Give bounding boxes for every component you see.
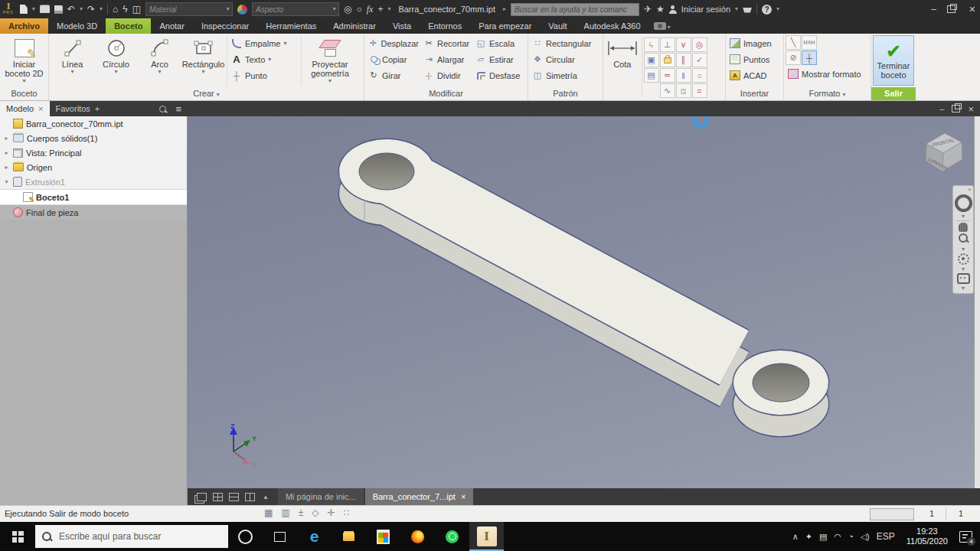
group-label-formato[interactable]: Formato ▾ — [784, 87, 871, 100]
tree-item-extrusion[interactable]: ▾ Extrusión1 — [0, 174, 187, 189]
favorites-star-icon[interactable]: ★ — [656, 0, 665, 18]
dimension-display-icon[interactable]: ± — [299, 507, 304, 518]
taskbar-search-input[interactable] — [57, 530, 214, 543]
color-wheel-icon[interactable] — [237, 5, 247, 15]
pan-icon[interactable] — [959, 223, 968, 232]
tree-item-end-of-part[interactable]: Final de pieza — [0, 205, 187, 220]
rotate-button[interactable]: ↻Girar — [366, 67, 421, 83]
line-button[interactable]: Línea ▾ — [51, 35, 94, 74]
group-label-insertar[interactable]: Insertar — [726, 87, 783, 100]
close-panel-icon[interactable]: × — [38, 101, 43, 116]
cortana-button[interactable] — [228, 522, 263, 551]
model-mode-icon[interactable]: ◇ — [312, 507, 318, 518]
view-cube[interactable]: FRONTAL SUPERIOR — [919, 124, 969, 179]
wifi-icon[interactable]: ◠ — [834, 532, 841, 542]
graphics-window[interactable]: FRONTAL SUPERIOR × ▾ ▾ ▾ ▾ Z Y X — [188, 116, 980, 488]
arc-button[interactable]: Arco ▾ — [138, 35, 181, 74]
extend-button[interactable]: ⇥Alargar — [421, 51, 473, 67]
browser-menu-icon[interactable]: ≡ — [175, 103, 181, 115]
stretch-button[interactable]: ▱Estirar — [473, 51, 524, 67]
text-button[interactable]: A Texto ▾ — [229, 51, 299, 67]
snap-grid-icon[interactable]: ▦ — [264, 507, 273, 518]
qat-caret-icon[interactable]: ▾ — [387, 0, 390, 18]
constraint-vertical-button[interactable]: ‖ — [676, 68, 691, 83]
doc-restore-button[interactable] — [952, 105, 960, 112]
status-input-box[interactable] — [870, 508, 914, 520]
trim-button[interactable]: ✂Recortar — [421, 35, 473, 51]
add-icon[interactable]: + — [377, 0, 383, 18]
save-icon[interactable] — [54, 5, 63, 14]
camera-icon[interactable] — [654, 22, 666, 30]
rectangular-pattern-button[interactable]: ∷Rectangular — [530, 35, 601, 51]
move-button[interactable]: ✛Desplazar — [366, 35, 421, 51]
group-label-modificar[interactable]: Modificar — [364, 87, 528, 100]
group-label-patron[interactable]: Patrón — [528, 87, 603, 100]
headsup-display-icon[interactable]: ▥ — [281, 507, 289, 518]
tab-archivo[interactable]: Archivo — [0, 18, 48, 34]
home-icon[interactable]: ⌂ — [113, 0, 118, 18]
doc-close-button[interactable]: × — [968, 103, 974, 115]
dimension-button[interactable]: Cota — [605, 35, 640, 69]
tab-modelo-3d[interactable]: Modelo 3D — [48, 18, 106, 34]
finish-sketch-button[interactable]: ✔ Terminar boceto — [873, 35, 914, 86]
tab-inspeccionar[interactable]: Inspeccionar — [193, 18, 257, 34]
mirror-button[interactable]: ◫Simetría — [530, 67, 601, 83]
zoom-icon[interactable] — [959, 233, 968, 243]
browser-tab-modelo[interactable]: Modelo× — [0, 101, 50, 116]
camera-caret-icon[interactable]: ▾ — [668, 18, 671, 34]
tab-herramientas[interactable]: Herramientas — [257, 18, 325, 34]
tab-anotar[interactable]: Anotar — [151, 18, 192, 34]
cascade-windows-icon[interactable] — [197, 493, 207, 501]
tree-item-sketch1[interactable]: Boceto1 — [0, 189, 187, 205]
constraint-perpendicular-button[interactable]: ✓ — [692, 53, 707, 67]
constraint-horizontal-button[interactable]: ≂ — [660, 68, 675, 83]
navbar-caret-icon[interactable]: ▾ — [962, 285, 965, 291]
constraint-parallel-button[interactable]: ∥ — [676, 53, 691, 67]
edge-button[interactable]: e — [297, 522, 332, 551]
restore-button[interactable] — [947, 5, 956, 13]
tree-item-part[interactable]: Barra_conector_70mm.ipt — [0, 116, 187, 131]
user-icon[interactable] — [669, 10, 677, 14]
volume-icon[interactable]: ◁) — [861, 532, 870, 542]
firefox-button[interactable] — [400, 522, 435, 551]
whatsapp-button[interactable] — [435, 522, 469, 551]
orbit-caret-icon[interactable]: ▾ — [962, 266, 965, 272]
navbar-close-icon[interactable]: × — [968, 187, 972, 193]
split-button[interactable]: -|-Dividir — [421, 67, 473, 83]
undo-icon[interactable]: ↶ — [67, 0, 75, 18]
doc-tab-part[interactable]: Barra_conector_7...ipt× — [365, 488, 474, 505]
language-indicator[interactable]: ESP — [877, 531, 895, 542]
start-button[interactable] — [0, 522, 35, 551]
tab-entornos[interactable]: Entornos — [420, 18, 470, 34]
orbit-icon[interactable] — [958, 253, 969, 265]
zoom-caret-icon[interactable]: ▾ — [962, 246, 965, 252]
copy-button[interactable]: Copiar — [366, 51, 421, 67]
tree-item-view[interactable]: ▸ Vista: Principal — [0, 145, 187, 160]
part-model[interactable] — [188, 116, 980, 488]
acad-button[interactable]: AACAD — [727, 67, 782, 83]
tab-vista[interactable]: Vista — [384, 18, 420, 34]
task-view-button[interactable] — [263, 522, 297, 551]
tile-windows-icon[interactable] — [213, 493, 223, 501]
doc-minimize-button[interactable]: – — [939, 104, 944, 113]
clear-appearance-icon[interactable]: ○ — [356, 0, 361, 18]
start-2d-sketch-button[interactable]: ✎ Iniciar boceto 2D ▾ — [2, 35, 46, 83]
help-icon[interactable]: ? — [762, 5, 772, 15]
right-panel-strip[interactable] — [974, 116, 980, 488]
open-file-icon[interactable] — [40, 6, 50, 13]
tab-administrar[interactable]: Administrar — [325, 18, 384, 34]
tree-item-solid-bodies[interactable]: ▸ Cuerpos sólidos(1) — [0, 131, 187, 145]
appearance-combo[interactable]: Aspecto ▾ — [252, 2, 339, 16]
taskbar-clock[interactable]: 19:23 11/05/2020 — [902, 527, 952, 546]
parameters-fx-icon[interactable]: fx — [367, 0, 374, 18]
help-caret-icon[interactable]: ▾ — [776, 0, 779, 18]
redo-caret-icon[interactable]: ▾ — [100, 0, 103, 18]
centerpoint-button[interactable]: ┼ — [802, 51, 817, 65]
new-file-icon[interactable] — [20, 5, 28, 14]
constraint-equal-button[interactable]: = — [692, 83, 707, 98]
tab-autodesk-a360[interactable]: Autodesk A360 — [576, 18, 649, 34]
constraint-concentric-button[interactable]: ◎ — [692, 37, 707, 52]
sign-in-caret-icon[interactable]: ▾ — [735, 0, 738, 18]
browser-search-icon[interactable] — [159, 106, 166, 112]
close-button[interactable]: × — [969, 0, 975, 18]
